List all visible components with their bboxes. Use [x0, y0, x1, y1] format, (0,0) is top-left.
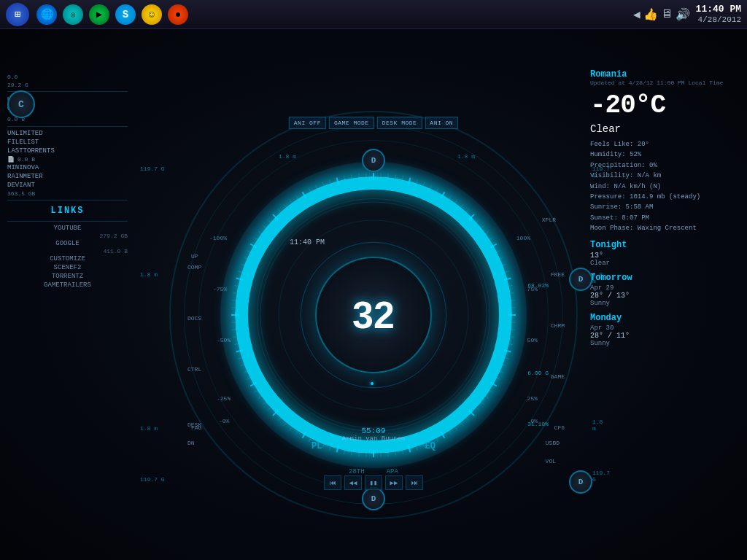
size-label-right-1: 119.7 G	[592, 166, 610, 179]
pause-button[interactable]: ▮▮	[365, 475, 382, 490]
skype-icon[interactable]: S	[115, 4, 136, 25]
start-button[interactable]	[6, 3, 29, 26]
size-label-left-1: 119.7 G	[140, 166, 165, 172]
tomorrow-title: Tomorrow	[590, 273, 736, 283]
docs-label[interactable]: DOCS	[187, 315, 201, 322]
pct-0-l: -0%	[219, 418, 229, 424]
links-title: Links	[7, 203, 128, 219]
stat-cf6: 31.18%	[527, 421, 549, 427]
thumb-icon[interactable]: 👍	[643, 7, 658, 22]
up-label[interactable]: UP	[191, 253, 198, 260]
link-google[interactable]: GOOGLE	[7, 239, 128, 248]
ani-off-button[interactable]: ANI OFF	[289, 117, 326, 129]
taskbar-icons: 🌐 ◎ ▶ S ☺ ●	[36, 4, 633, 25]
link-customize[interactable]: CUSTOMIZE	[7, 254, 128, 263]
track-info: 55:09 Armin van Buuren	[342, 427, 405, 443]
d-circle-top[interactable]: D	[362, 149, 385, 172]
ie-icon[interactable]: 🌐	[36, 4, 57, 25]
skip-forward-button[interactable]: ⏭	[406, 475, 423, 490]
bottom-track-labels: 28TH APA	[349, 468, 398, 475]
size-label-top-left: 1.8 m	[279, 153, 296, 160]
left-filelist[interactable]: FILELIST	[7, 138, 128, 147]
pct-25-r: 25%	[527, 395, 538, 402]
left-lasttorrents[interactable]: LASTTORRENTS	[7, 147, 128, 155]
vol-label[interactable]: VOL	[546, 458, 556, 464]
sunset: Sunset: 8:07 PM	[590, 213, 736, 223]
app2-icon[interactable]: ◎	[63, 4, 83, 25]
link-youtube[interactable]: YOUTUBE	[7, 224, 128, 233]
skip-back-button[interactable]: ⏮	[324, 475, 341, 490]
chrm-label[interactable]: CHRM	[551, 322, 565, 329]
moon-phase: Moon Phase: Waxing Crescent	[590, 223, 736, 233]
game-mode-button[interactable]: GAME MODE	[329, 117, 374, 129]
center-number: 32	[352, 293, 395, 337]
track-artist: Armin van Buuren	[342, 435, 405, 443]
center-display: 32	[315, 257, 432, 373]
pct-50-l: -50%	[217, 337, 231, 343]
weather-temperature: -20°C	[590, 90, 736, 120]
free-label[interactable]: FREE	[551, 271, 565, 278]
size-label-left-2: 1.8 m	[140, 271, 158, 278]
dn-label[interactable]: DN	[187, 440, 195, 446]
track-28th: 28TH	[349, 468, 365, 475]
link-torrentz[interactable]: TORRENTZ	[7, 272, 128, 281]
usbd-label[interactable]: USBD	[546, 440, 560, 446]
ctrl-label[interactable]: CTRL	[187, 366, 201, 373]
weather-details: Feels Like: 20° Humidity: 52% Precipitat…	[590, 139, 736, 234]
dot-indicator	[371, 382, 374, 385]
left-mininova[interactable]: MININOVA	[7, 163, 128, 172]
media-controls: ⏮ ◀◀ ▮▮ ▶▶ ⏭	[324, 475, 423, 490]
record-icon[interactable]: ●	[168, 4, 188, 25]
clock-widget: 11:40 PM 4/28/2012	[696, 4, 741, 25]
c-circle[interactable]: C	[7, 90, 35, 118]
visibility: Visibility: N/A km	[590, 171, 736, 181]
size-label-left-4: 119.7 G	[140, 476, 165, 483]
link-scenef2[interactable]: SCENEF2	[7, 263, 128, 272]
tonight-condition: Clear	[590, 260, 736, 267]
desk-mode-button[interactable]: DESK MODE	[377, 117, 422, 129]
pct-100-r: 100%	[516, 235, 530, 241]
pct-100-l: -100%	[209, 235, 227, 241]
next-button[interactable]: ▶▶	[385, 475, 403, 490]
clock-date: 4/28/2012	[696, 15, 741, 25]
desk-label[interactable]: DESK	[187, 421, 201, 428]
size-label-left-3: 1.8 m	[140, 425, 158, 432]
left-stat-0: 0.0	[7, 73, 128, 81]
tomorrow-date: Apr 29	[590, 284, 736, 292]
wind: Wind: N/A km/h (N)	[590, 182, 736, 192]
left-stat-1: 29.2 G	[7, 81, 128, 89]
left-deviant[interactable]: DEVIANT	[7, 181, 128, 190]
stat-free: 68.02%	[527, 282, 549, 289]
play-icon[interactable]: ▶	[89, 4, 109, 25]
d-circle-bottom[interactable]: D	[362, 487, 385, 510]
tonight-temp: 13°	[590, 252, 736, 260]
weather-updated: Updated at 4/28/12 11:00 PM Local Time	[590, 79, 736, 86]
cf6-label[interactable]: CF6	[554, 424, 565, 431]
left-unlimited[interactable]: UNLIMITED	[7, 129, 128, 138]
prev-icon[interactable]: ◀	[633, 7, 640, 22]
left-rainmeter[interactable]: RAINMETER	[7, 172, 128, 181]
link-gametrailers[interactable]: GAMETRAILERS	[7, 281, 128, 289]
game-label[interactable]: GAME	[551, 373, 565, 380]
xplr-label[interactable]: XPLR	[542, 217, 556, 223]
separator2	[7, 126, 128, 127]
pl-label[interactable]: PL	[311, 439, 322, 452]
comp-label[interactable]: COMP	[187, 264, 201, 271]
ani-on-button[interactable]: ANI ON	[425, 117, 458, 129]
size-label-top-right: 1.8 m	[457, 153, 475, 160]
taskbar: 🌐 ◎ ▶ S ☺ ● ◀ 👍 🖥 🔊 11:40 PM 4/28/2012	[0, 0, 747, 29]
d-circle-right-top[interactable]: D	[569, 268, 592, 291]
monitor-icon[interactable]: 🖥	[661, 7, 673, 21]
volume-icon[interactable]: 🔊	[676, 7, 690, 22]
top-buttons: ANI OFF GAME MODE DESK MODE ANI ON	[289, 117, 458, 129]
monday-title: Monday	[590, 313, 736, 323]
pct-75-l: -75%	[213, 286, 227, 292]
size-label-right-2: 1.8 m	[592, 271, 603, 284]
d-circle-right-bottom[interactable]: D	[569, 470, 592, 494]
prev-button[interactable]: ◀◀	[344, 475, 362, 490]
emoji-icon[interactable]: ☺	[142, 4, 162, 25]
eq-label[interactable]: EQ	[425, 439, 436, 452]
taskbar-right-icons: ◀ 👍 🖥 🔊	[633, 7, 690, 22]
pct-25-l: -25%	[217, 395, 231, 402]
monday-temp: 28° / 11°	[590, 332, 736, 340]
